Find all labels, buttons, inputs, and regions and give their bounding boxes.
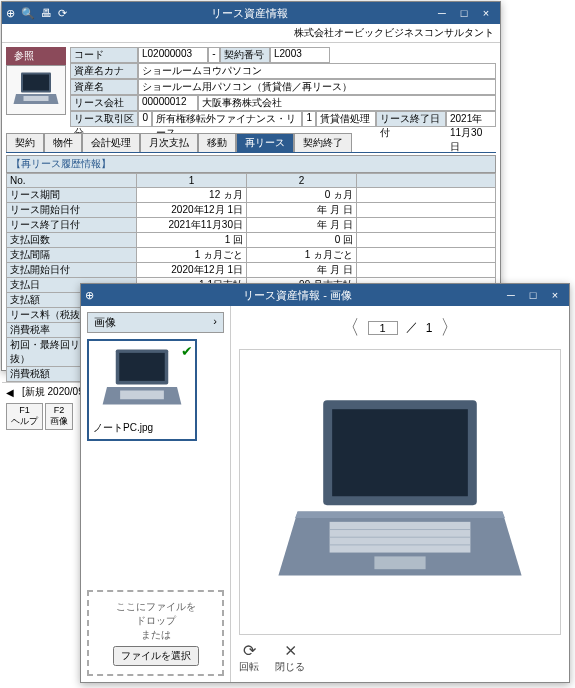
rotate-button[interactable]: ⟳ 回転 (239, 641, 259, 674)
company-name: 株式会社オービックビジネスコンサルタント (2, 24, 500, 43)
minimize-button[interactable]: ─ (501, 289, 521, 301)
refresh-icon[interactable]: ⟳ (58, 7, 67, 20)
tab-会計処理[interactable]: 会計処理 (82, 133, 140, 152)
table-row: リース終了日付2021年11月30日年 月 日 (7, 218, 496, 233)
svg-rect-1 (23, 75, 49, 91)
window-title: リース資産情報 - 画像 (94, 288, 501, 303)
asset-info-grid: コード L02000003 - 契約番号 L2003 資産名カナ ショールームヨ… (70, 47, 496, 127)
fkey-F2[interactable]: F2画像 (45, 403, 73, 430)
svg-rect-5 (120, 391, 164, 400)
page-current-input[interactable] (368, 321, 398, 335)
thumbnail-filename: ノートPC.jpg (93, 421, 191, 435)
tab-契約[interactable]: 契約 (6, 133, 44, 152)
svg-rect-7 (332, 409, 468, 496)
asset-thumbnail[interactable] (6, 65, 66, 115)
check-icon: ✔ (181, 343, 193, 359)
svg-rect-9 (374, 556, 425, 569)
svg-rect-2 (24, 96, 49, 101)
maximize-button[interactable]: □ (454, 7, 474, 19)
image-preview (239, 349, 561, 635)
table-row: リース期間12 ヵ月0 ヵ月 (7, 188, 496, 203)
contract-value: L2003 (270, 47, 330, 63)
image-panel-header: 画像 › (87, 312, 224, 333)
page-prev-button[interactable]: 〈 (340, 314, 360, 341)
window-title: リース資産情報 (67, 6, 432, 21)
pager: 〈 ／ 1 〉 (239, 314, 561, 341)
close-button[interactable]: × (476, 7, 496, 19)
close-preview-button[interactable]: ⨯ 閉じる (275, 641, 305, 674)
reference-button[interactable]: 参照 (6, 47, 66, 65)
file-select-button[interactable]: ファイルを選択 (113, 646, 199, 666)
tab-契約終了[interactable]: 契約終了 (294, 133, 352, 152)
fkey-F1[interactable]: F1ヘルプ (6, 403, 43, 430)
close-icon: ⨯ (284, 641, 297, 660)
laptop-icon (11, 70, 61, 110)
tab-移動[interactable]: 移動 (198, 133, 236, 152)
laptop-icon (272, 390, 528, 595)
print-icon[interactable]: 🖶 (41, 7, 52, 19)
minimize-button[interactable]: ─ (432, 7, 452, 19)
table-row: 支払回数1 回0 回 (7, 233, 496, 248)
image-viewer-window: ⊕ リース資産情報 - 画像 ─ □ × 画像 › ✔ (80, 283, 570, 683)
page-next-button[interactable]: 〉 (440, 314, 460, 341)
thumbnail-item[interactable]: ✔ ノートPC.jpg (87, 339, 197, 441)
tab-月次支払[interactable]: 月次支払 (140, 133, 198, 152)
close-button[interactable]: × (545, 289, 565, 301)
page-total: 1 (426, 321, 433, 335)
table-row: リース開始日付2020年12月 1日年 月 日 (7, 203, 496, 218)
search-icon[interactable]: ⊕ (6, 7, 15, 20)
code-label: コード (70, 47, 138, 63)
laptop-icon (93, 345, 191, 415)
chevron-right-icon[interactable]: › (213, 315, 217, 330)
table-row: 支払間隔1 ヵ月ごと1 ヵ月ごと (7, 248, 496, 263)
contract-label: 契約番号 (220, 47, 270, 63)
titlebar: ⊕ 🔍 🖶 ⟳ リース資産情報 ─ □ × (2, 2, 500, 24)
search-icon[interactable]: ⊕ (85, 289, 94, 302)
code-value: L02000003 (138, 47, 208, 63)
svg-rect-4 (119, 353, 165, 381)
table-row: 支払開始日付2020年12月 1日年 月 日 (7, 263, 496, 278)
tab-bar: 契約物件会計処理月次支払移動再リース契約終了 (6, 133, 496, 153)
rotate-icon: ⟳ (243, 641, 256, 660)
tab-再リース[interactable]: 再リース (236, 133, 294, 152)
maximize-button[interactable]: □ (523, 289, 543, 301)
section-header: 【再リース履歴情報】 (6, 155, 496, 173)
zoom-icon[interactable]: 🔍 (21, 7, 35, 20)
titlebar: ⊕ リース資産情報 - 画像 ─ □ × (81, 284, 569, 306)
nav-prev-icon[interactable]: ◀ (6, 387, 14, 398)
tab-物件[interactable]: 物件 (44, 133, 82, 152)
drop-zone[interactable]: ここにファイルを ドロップ または ファイルを選択 (87, 590, 224, 676)
